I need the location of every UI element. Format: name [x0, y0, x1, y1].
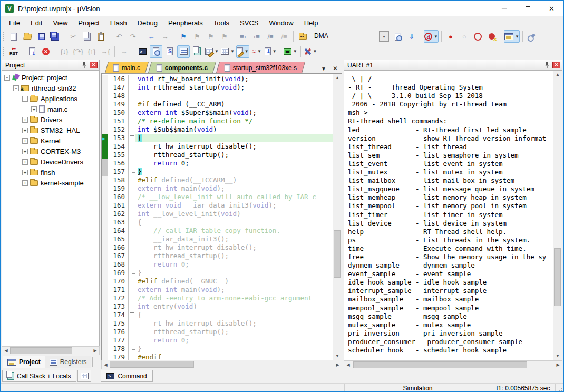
analysis-windows-button[interactable]: ≈▼ — [250, 45, 263, 58]
expand-icon[interactable]: + — [22, 159, 28, 165]
step-over-button[interactable]: {↷} — [72, 45, 84, 58]
gutter-margin[interactable] — [102, 159, 108, 168]
gutter-margin[interactable] — [102, 109, 108, 117]
call-stack-window-button[interactable] — [191, 45, 203, 58]
trace-windows-button[interactable]: ▼ — [264, 45, 277, 58]
close-document-icon[interactable]: ✕ — [330, 64, 340, 73]
run-button[interactable] — [26, 45, 38, 58]
save-all-button[interactable] — [48, 30, 61, 43]
find-in-files-button[interactable] — [296, 30, 309, 43]
insert-breakpoint-button[interactable]: ● — [444, 30, 457, 43]
gutter-margin[interactable] — [102, 184, 108, 193]
resize-grip[interactable] — [555, 384, 563, 392]
toolbar-grip[interactable] — [3, 47, 5, 56]
gutter-margin[interactable] — [102, 142, 108, 151]
cut-button[interactable]: ✂ — [67, 30, 80, 43]
tab-call-stack-locals[interactable]: Call Stack + Locals — [2, 370, 76, 382]
toolbox-button[interactable]: ▼ — [304, 45, 318, 58]
gutter-margin[interactable] — [102, 92, 108, 100]
scroll-up-icon[interactable]: ▲ — [554, 71, 562, 79]
pin-icon[interactable] — [81, 62, 88, 69]
gutter-margin[interactable] — [102, 227, 108, 235]
configuration-button[interactable] — [526, 30, 538, 43]
tree-item-cortex-m3[interactable]: +CORTEX-M3 — [2, 146, 99, 156]
gutter-margin[interactable] — [102, 336, 108, 345]
scroll-right-icon[interactable]: ▶ — [334, 361, 342, 369]
gutter-margin[interactable] — [102, 168, 108, 176]
project-panel-close-icon[interactable]: ✕ — [90, 62, 98, 68]
menu-file[interactable]: File — [4, 17, 25, 28]
scroll-up-icon[interactable]: ▲ — [334, 74, 342, 82]
gutter-margin[interactable] — [102, 210, 108, 218]
menu-project[interactable]: Project — [73, 17, 104, 28]
tab-project[interactable]: Project — [3, 356, 45, 368]
undo-button[interactable]: ↶ — [113, 30, 125, 43]
gutter-margin[interactable] — [102, 117, 108, 125]
uncomment-button[interactable]: /≡ — [278, 30, 290, 43]
gutter-margin[interactable] — [102, 235, 108, 243]
minimize-button[interactable]: ─ — [492, 1, 516, 16]
tree-item-project-project[interactable]: -Project: project — [2, 72, 99, 83]
gutter-margin[interactable] — [102, 75, 108, 83]
menu-view[interactable]: View — [47, 17, 73, 28]
fold-collapse-icon[interactable]: - — [130, 220, 134, 224]
menu-edit[interactable]: Edit — [25, 17, 47, 28]
fold-collapse-icon[interactable]: - — [130, 135, 134, 140]
tree-item-kernel[interactable]: +Kernel — [2, 135, 99, 146]
gutter-margin[interactable] — [102, 201, 108, 210]
tree-item-kernel-sample[interactable]: +kernel-sample — [2, 178, 99, 188]
memory-window-tab[interactable] — [77, 370, 91, 382]
save-button[interactable] — [35, 30, 47, 43]
uart-vscrollbar[interactable]: ▲ ▼ — [553, 71, 562, 360]
gutter-margin[interactable] — [102, 193, 108, 201]
tab-components-c[interactable]: components.c — [148, 62, 217, 73]
close-button[interactable]: ✕ — [540, 1, 563, 16]
disable-breakpoint-button[interactable]: ○ — [458, 30, 471, 43]
gutter-margin[interactable] — [102, 260, 108, 269]
pin-icon[interactable] — [543, 62, 551, 69]
watch-windows-button[interactable]: ▼ — [205, 45, 219, 58]
expand-icon[interactable]: + — [22, 117, 28, 123]
gutter-margin[interactable] — [102, 176, 108, 184]
expand-icon[interactable]: + — [31, 106, 37, 112]
collapse-icon[interactable]: - — [4, 75, 10, 81]
tree-item-applications[interactable]: -Applications — [2, 93, 99, 104]
gutter-margin[interactable] — [102, 218, 108, 227]
incremental-find-button[interactable]: ⇓ — [405, 30, 418, 43]
lookup-in-files-button[interactable] — [392, 30, 404, 43]
search-combo[interactable]: DMA▾ — [312, 31, 389, 42]
indent-button[interactable]: ≡› — [237, 30, 249, 43]
expand-icon[interactable]: + — [22, 138, 28, 144]
tab-main-c[interactable]: main.c — [105, 62, 149, 73]
tree-item-stm32-hal[interactable]: +STM32_HAL — [2, 125, 99, 135]
run-to-cursor-button[interactable]: →{ — [99, 45, 112, 58]
gutter-margin[interactable] — [102, 83, 108, 92]
code-editor[interactable]: 146void rt_hw_board_init(void);147int rt… — [102, 74, 333, 360]
disassembly-window-button[interactable] — [150, 45, 162, 58]
tab-command[interactable]: Command — [101, 370, 152, 382]
open-file-button[interactable] — [21, 30, 34, 43]
copy-button[interactable] — [81, 30, 93, 43]
serial-windows-button[interactable]: ▼ — [236, 45, 249, 58]
memory-windows-button[interactable]: ▼ — [220, 45, 235, 58]
fold-collapse-icon[interactable]: - — [130, 102, 134, 106]
gutter-margin[interactable] — [102, 302, 108, 311]
step-out-button[interactable]: {↑} — [85, 45, 98, 58]
step-button[interactable]: {↓} — [58, 45, 71, 58]
tab-registers[interactable]: Registers — [45, 356, 92, 368]
gutter-margin[interactable] — [102, 243, 108, 252]
gutter-margin[interactable] — [102, 286, 108, 294]
menu-help[interactable]: Help — [299, 17, 324, 28]
editor-hscrollbar[interactable]: ◀ ▶ — [101, 360, 342, 369]
scroll-left-icon[interactable]: ◀ — [2, 347, 10, 355]
tab-startup-stm32f103xe-s[interactable]: startup_stm32f103xe.s — [216, 62, 306, 73]
paste-button[interactable] — [94, 30, 107, 43]
system-viewer-button[interactable]: ▼ — [283, 45, 298, 58]
maximize-button[interactable] — [516, 1, 540, 16]
tree-item-main-c[interactable]: +main.c — [2, 104, 99, 114]
registers-window-button[interactable] — [177, 45, 190, 58]
uart-hscrollbar[interactable]: ◀ ▶ — [344, 360, 562, 369]
kill-breakpoints-button[interactable] — [485, 30, 498, 43]
fold-collapse-icon[interactable]: - — [130, 312, 134, 317]
menu-debug[interactable]: Debug — [132, 17, 163, 28]
